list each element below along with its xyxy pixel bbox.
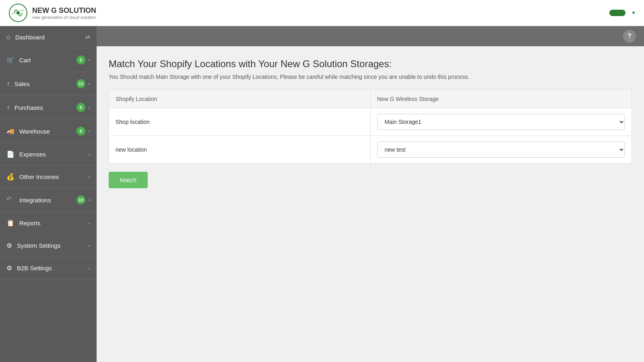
shopify-location-1: Shop location xyxy=(109,108,371,136)
storage-select-cell-2: Main Storage1 new test xyxy=(370,136,632,164)
shopify-location-2: new location xyxy=(109,136,371,164)
header-right: ▼ xyxy=(609,10,636,16)
sidebar-item-label: System Settings xyxy=(17,242,60,249)
chevron-icon: ‹ xyxy=(89,57,90,63)
sidebar-item-integrations[interactable]: 🔌 Integrations 10 ‹ xyxy=(0,188,97,212)
sidebar-item-label: Reports xyxy=(19,220,41,226)
logo-area: NEW G SOLUTION new generation of cloud s… xyxy=(8,3,96,23)
sidebar: ⌂ Dashboard ⇄ 🛒 Cart 0 ‹ ↑ Sales 11 xyxy=(0,26,97,362)
sidebar-item-label: Warehouse xyxy=(19,128,50,135)
content-area: ? Match Your Shopify Locations with Your… xyxy=(97,26,644,362)
sidebar-item-label: Integrations xyxy=(19,197,51,204)
storage-select-2[interactable]: Main Storage1 new test xyxy=(377,142,625,158)
table-row: Shop location Main Storage1 new test xyxy=(109,108,632,136)
sidebar-item-label: Purchases xyxy=(14,104,43,111)
sidebar-item-label: Dashboard xyxy=(15,34,45,41)
svg-point-1 xyxy=(17,11,20,14)
sidebar-item-label: Other Incomes xyxy=(19,173,59,180)
sidebar-item-dashboard[interactable]: ⌂ Dashboard ⇄ xyxy=(0,26,97,48)
page-subtitle: You Should match Main Storage with one o… xyxy=(109,74,632,80)
match-button[interactable]: Match xyxy=(109,172,148,188)
storage-select-cell-1: Main Storage1 new test xyxy=(370,108,632,136)
purchases-badge: 0 xyxy=(76,103,85,112)
user-button[interactable] xyxy=(609,10,625,16)
chevron-icon: ‹ xyxy=(89,220,90,226)
warehouse-badge: 0 xyxy=(76,127,85,136)
dashboard-icon: ⌂ xyxy=(6,33,10,41)
help-button[interactable]: ? xyxy=(623,30,636,43)
col-storage: New G Wireless Storage xyxy=(370,90,632,108)
chevron-icon: ‹ xyxy=(89,197,90,203)
brand-name: NEW G SOLUTION xyxy=(32,6,96,15)
tagline: new generation of cloud solution xyxy=(32,15,96,20)
sidebar-item-label: B2B Settings xyxy=(17,265,52,272)
content-topbar: ? xyxy=(97,26,644,46)
content-main: Match Your Shopify Locations with Your N… xyxy=(97,46,644,362)
sidebar-item-expenses[interactable]: 📄 Expenses ‹ xyxy=(0,143,97,166)
sidebar-item-system-settings[interactable]: ⚙ System Settings ‹ xyxy=(0,234,97,257)
cart-icon: 🛒 xyxy=(6,56,14,64)
sidebar-item-label: Cart xyxy=(19,57,31,64)
storage-select-1[interactable]: Main Storage1 new test xyxy=(377,114,625,130)
col-shopify-location: Shopify Location xyxy=(109,90,371,108)
expenses-icon: 📄 xyxy=(6,150,14,158)
sidebar-item-label: Expenses xyxy=(19,151,46,158)
sidebar-item-warehouse[interactable]: 🚚 Warehouse 0 ‹ xyxy=(0,119,97,143)
chevron-icon: ‹ xyxy=(89,174,90,180)
sidebar-item-purchases[interactable]: ↑ Purchases 0 ‹ xyxy=(0,96,97,119)
sales-icon: ↑ xyxy=(6,80,10,87)
sidebar-item-reports[interactable]: 📋 Reports ‹ xyxy=(0,212,97,234)
chevron-icon: ‹ xyxy=(89,128,90,134)
integrations-badge: 10 xyxy=(76,195,85,204)
sidebar-item-label: Sales xyxy=(14,80,30,87)
chevron-icon: ‹ xyxy=(89,265,90,271)
logo-icon xyxy=(8,3,28,23)
sales-badge: 11 xyxy=(76,79,85,88)
sidebar-item-sales[interactable]: ↑ Sales 11 ‹ xyxy=(0,72,97,96)
chevron-icon: ‹ xyxy=(89,81,90,86)
page-title: Match Your Shopify Locations with Your N… xyxy=(109,58,632,70)
purchases-icon: ↑ xyxy=(6,104,10,111)
b2b-settings-icon: ⚙ xyxy=(6,264,12,272)
sidebar-item-other-incomes[interactable]: 💰 Other Incomes ‹ xyxy=(0,166,97,188)
reports-icon: 📋 xyxy=(6,219,14,227)
table-row: new location Main Storage1 new test xyxy=(109,136,632,164)
system-settings-icon: ⚙ xyxy=(6,242,12,249)
top-header: NEW G SOLUTION new generation of cloud s… xyxy=(0,0,644,26)
match-table: Shopify Location New G Wireless Storage … xyxy=(109,90,632,164)
logo-text: NEW G SOLUTION new generation of cloud s… xyxy=(32,6,96,20)
other-incomes-icon: 💰 xyxy=(6,173,14,181)
sidebar-item-cart[interactable]: 🛒 Cart 0 ‹ xyxy=(0,48,97,72)
chevron-icon: ‹ xyxy=(89,243,90,249)
chevron-icon: ‹ xyxy=(89,105,90,110)
toggle-icon: ⇄ xyxy=(85,34,90,40)
user-chevron-icon: ▼ xyxy=(631,10,636,16)
cart-badge: 0 xyxy=(76,56,85,64)
main-layout: ⌂ Dashboard ⇄ 🛒 Cart 0 ‹ ↑ Sales 11 xyxy=(0,26,644,362)
integrations-icon: 🔌 xyxy=(6,196,14,204)
warehouse-icon: 🚚 xyxy=(6,128,14,135)
sidebar-item-b2b-settings[interactable]: ⚙ B2B Settings ‹ xyxy=(0,257,97,280)
chevron-icon: ‹ xyxy=(89,152,90,157)
